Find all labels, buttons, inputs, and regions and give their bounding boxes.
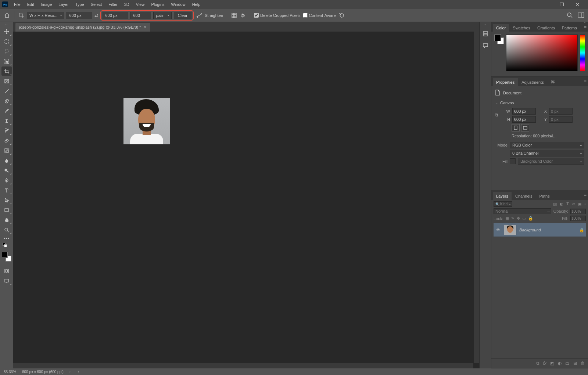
tab-paths[interactable]: Paths — [536, 192, 553, 200]
menu-help[interactable]: Help — [189, 1, 204, 8]
reset-crop-icon[interactable] — [338, 12, 345, 19]
canvas-y-input[interactable] — [549, 116, 573, 123]
hand-tool[interactable] — [1, 215, 12, 224]
canvas-width-input[interactable] — [512, 108, 536, 115]
crop-preset-dropdown[interactable]: W x H x Reso... — [27, 12, 64, 19]
swap-dimensions-icon[interactable]: ⇄ — [94, 13, 98, 18]
blend-mode-dropdown[interactable]: Normal — [494, 208, 551, 214]
layer-name[interactable]: Background — [519, 228, 541, 232]
menu-select[interactable]: Select — [88, 1, 105, 8]
brush-tool[interactable] — [1, 106, 12, 115]
color-swatches[interactable] — [1, 252, 12, 262]
quickmask-icon[interactable] — [1, 266, 12, 275]
panel-collapse-icon[interactable]: ›› — [584, 21, 587, 24]
layer-mask-icon[interactable]: ◩ — [550, 361, 554, 366]
crop-tool-icon[interactable] — [18, 12, 25, 19]
canvas-section-header[interactable]: Canvas — [495, 101, 584, 105]
screenmode-icon[interactable] — [1, 276, 12, 285]
tab-gradients[interactable]: Gradients — [534, 24, 558, 32]
fill-dropdown[interactable]: Background Color — [518, 158, 584, 165]
history-panel-icon[interactable] — [481, 30, 490, 38]
tab-properties[interactable]: Properties — [493, 78, 518, 86]
adjustment-layer-icon[interactable]: ◐ — [558, 361, 562, 366]
straighten-icon[interactable] — [196, 12, 202, 19]
move-tool[interactable] — [1, 27, 12, 36]
menu-plugins[interactable]: Plugins — [148, 1, 167, 8]
link-dimensions-icon[interactable]: ⧉ — [495, 112, 498, 118]
zoom-level[interactable]: 33.33% — [4, 370, 16, 374]
tab-channels[interactable]: Channels — [512, 192, 535, 200]
landscape-orientation-button[interactable] — [521, 124, 529, 131]
delete-layer-icon[interactable]: 🗑 — [581, 361, 585, 366]
object-select-tool[interactable] — [1, 57, 12, 66]
toolbar-collapse-icon[interactable]: ›› — [0, 24, 13, 26]
crop-settings-icon[interactable] — [240, 12, 246, 19]
home-icon[interactable] — [4, 12, 10, 19]
menu-3d[interactable]: 3D — [121, 1, 132, 8]
menu-window[interactable]: Window — [168, 1, 189, 8]
filter-smart-icon[interactable]: ▣ — [578, 202, 581, 206]
close-tab-icon[interactable]: × — [144, 25, 147, 30]
panel-menu-icon[interactable]: ≡ — [584, 192, 587, 198]
type-tool[interactable] — [1, 185, 12, 195]
gradient-tool[interactable] — [1, 146, 12, 155]
menu-image[interactable]: Image — [38, 1, 55, 8]
document-dimensions[interactable]: 600 px x 600 px (600 ppi) — [22, 370, 64, 374]
filter-type-icon[interactable]: T — [566, 202, 569, 206]
comments-panel-icon[interactable] — [481, 42, 490, 50]
eraser-tool[interactable] — [1, 136, 12, 145]
close-button[interactable]: ✕ — [572, 2, 583, 7]
delete-cropped-checkbox[interactable]: Delete Cropped Pixels — [254, 13, 300, 18]
bit-depth-dropdown[interactable]: 8 Bits/Channel — [510, 150, 584, 156]
tab-adjustments[interactable]: Adjustments — [518, 78, 547, 86]
foreground-color-swatch[interactable] — [2, 252, 8, 258]
filter-toggle-icon[interactable]: ◦ — [584, 202, 586, 206]
document-tab[interactable]: joseph-gonzalez-iFgRcqHznqg-unsplash (2)… — [15, 23, 150, 32]
horizontal-scrollbar[interactable] — [13, 363, 473, 368]
color-panel-swatches[interactable] — [494, 35, 504, 44]
tab-patterns[interactable]: Patterns — [559, 24, 580, 32]
resolution-unit-dropdown[interactable]: px/in — [153, 12, 171, 19]
menu-edit[interactable]: Edit — [24, 1, 37, 8]
link-layers-icon[interactable]: ⧉ — [536, 361, 539, 366]
zoom-tool[interactable] — [1, 225, 12, 234]
pen-tool[interactable] — [1, 176, 12, 185]
rectangle-tool[interactable] — [1, 205, 12, 214]
clone-stamp-tool[interactable] — [1, 116, 12, 125]
new-layer-icon[interactable]: ⊞ — [573, 361, 577, 366]
lock-all-icon[interactable]: 🔒 — [528, 216, 533, 221]
tab-color[interactable]: Color — [493, 24, 509, 32]
hue-slider[interactable] — [580, 35, 585, 71]
tab-swatches[interactable]: Swatches — [509, 24, 534, 32]
eyedropper-tool[interactable] — [1, 86, 12, 95]
layer-filter-kind-dropdown[interactable]: Kind — [494, 201, 512, 207]
maximize-button[interactable]: ❐ — [556, 2, 567, 7]
clear-button[interactable]: Clear — [174, 12, 191, 19]
layer-row[interactable]: 👁 Background 🔒 — [494, 223, 586, 237]
healing-brush-tool[interactable] — [1, 96, 12, 105]
panel-menu-icon[interactable]: ≡ — [584, 78, 587, 84]
tab-layers[interactable]: Layers — [493, 192, 512, 200]
lock-pixels-icon[interactable]: ▦ — [505, 216, 509, 221]
edit-toolbar-icon[interactable]: ••• — [4, 236, 10, 241]
workspace-switcher-icon[interactable] — [578, 12, 584, 18]
group-layers-icon[interactable]: 🗀 — [565, 361, 570, 366]
canvas-stage[interactable] — [13, 32, 479, 368]
menu-view[interactable]: View — [133, 1, 148, 8]
overlay-grid-icon[interactable] — [231, 12, 237, 19]
lock-move-icon[interactable]: ✥ — [517, 216, 520, 221]
marquee-tool[interactable] — [1, 37, 12, 46]
status-scroll-left-icon[interactable]: ‹ — [78, 370, 79, 374]
layer-fill-input[interactable] — [570, 216, 586, 221]
vertical-scrollbar[interactable] — [474, 32, 479, 363]
status-more-icon[interactable]: › — [69, 370, 71, 374]
filter-adjustment-icon[interactable]: ◐ — [560, 202, 563, 206]
frame-tool[interactable] — [1, 76, 12, 86]
menu-file[interactable]: File — [11, 1, 24, 8]
search-icon[interactable] — [567, 12, 573, 19]
filter-pixel-icon[interactable]: ▧ — [553, 202, 557, 206]
menu-filter[interactable]: Filter — [105, 1, 120, 8]
dock-collapse-icon[interactable]: ‹‹ — [484, 24, 486, 26]
content-aware-checkbox[interactable]: Content-Aware — [303, 13, 336, 18]
layer-visibility-icon[interactable]: 👁 — [495, 228, 501, 232]
